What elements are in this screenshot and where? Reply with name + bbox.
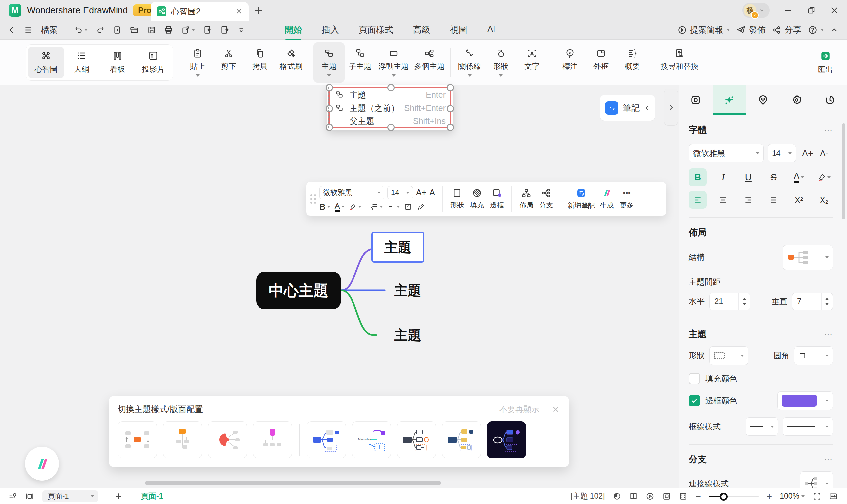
zoom-out-button[interactable]: −: [696, 491, 701, 502]
theme-thumb-1[interactable]: [307, 421, 346, 458]
section-more[interactable]: ⋯: [824, 125, 833, 135]
export-share-icon[interactable]: [181, 25, 195, 34]
add-page-button[interactable]: [114, 492, 123, 501]
tab-insert[interactable]: 插入: [321, 23, 340, 37]
align-center-button[interactable]: [714, 191, 732, 209]
mouse-mode-icon[interactable]: [613, 492, 621, 501]
panel-tab-effects[interactable]: [780, 85, 814, 114]
structure-select[interactable]: [783, 245, 833, 270]
zoom-level[interactable]: 100%: [780, 492, 805, 501]
justify-button[interactable]: [764, 191, 782, 209]
border-color-checkbox[interactable]: [689, 395, 700, 407]
floating-topic-button[interactable]: 浮動主題: [376, 42, 411, 83]
notes-button[interactable]: 筆記: [600, 95, 655, 121]
menu-item-topic-before[interactable]: 主題（之前） Shift+Enter: [327, 101, 453, 114]
highlight-color-button[interactable]: [349, 203, 361, 211]
corner-select[interactable]: [794, 346, 833, 365]
page-select[interactable]: 頁面-1: [42, 490, 98, 502]
panel-tab-history[interactable]: [813, 85, 847, 114]
task-checkbox-button[interactable]: [404, 203, 412, 211]
find-replace-button[interactable]: 搜尋和替換: [655, 42, 704, 83]
paste-button[interactable]: 貼上: [182, 42, 213, 83]
hamburger-menu-icon[interactable]: [24, 26, 33, 34]
import-icon[interactable]: [203, 25, 212, 34]
layout-thumb-3[interactable]: [208, 421, 247, 458]
horizontal-spacing-stepper[interactable]: 21: [709, 292, 750, 310]
bold-button[interactable]: B: [319, 202, 330, 212]
view-outline[interactable]: 大綱: [64, 47, 100, 78]
theme-thumb-3[interactable]: [397, 421, 436, 458]
panel-collapse-handle[interactable]: [664, 89, 678, 126]
boundary-button[interactable]: 外框: [585, 42, 617, 83]
superscript-button[interactable]: X²: [790, 191, 808, 209]
back-button[interactable]: [7, 26, 16, 34]
undo-button[interactable]: [74, 26, 88, 34]
italic-button[interactable]: I: [714, 168, 732, 186]
font-size-select[interactable]: 14: [768, 144, 796, 162]
tab-view[interactable]: 視圖: [450, 23, 468, 37]
theme-thumb-2[interactable]: Main idea: [352, 421, 391, 458]
shape-style-button[interactable]: 形狀: [447, 188, 467, 210]
cut-button[interactable]: 剪下: [213, 42, 244, 83]
present-button[interactable]: 提案簡報: [678, 24, 730, 35]
add-note-button[interactable]: 新增筆記: [566, 187, 597, 210]
theme-thumb-4[interactable]: [442, 421, 481, 458]
align-left-button[interactable]: [689, 191, 707, 209]
fit-frame-icon[interactable]: [662, 492, 671, 501]
tab-page-style[interactable]: 頁面樣式: [358, 23, 394, 37]
font-size-select[interactable]: 14: [387, 186, 413, 199]
layout-thumb-2[interactable]: [163, 421, 202, 458]
export-doc-icon[interactable]: [220, 25, 229, 34]
decrease-font-button[interactable]: A-: [429, 187, 437, 197]
panel-tab-sticker[interactable]: [746, 85, 780, 114]
tab-close-icon[interactable]: [235, 7, 242, 15]
font-color-button[interactable]: A: [790, 168, 808, 186]
align-button[interactable]: [387, 203, 400, 211]
share-button[interactable]: 分享: [772, 24, 801, 35]
shape-button[interactable]: 形狀: [485, 42, 516, 83]
more-quickbar-icon[interactable]: [238, 26, 245, 34]
topic-node[interactable]: 主題: [384, 281, 431, 300]
tab-advanced[interactable]: 高級: [412, 23, 431, 37]
border-line-style-select[interactable]: [783, 417, 833, 436]
fill-style-button[interactable]: 填充: [467, 188, 487, 210]
more-button[interactable]: •••更多: [617, 188, 636, 210]
theme-thumb-5-selected[interactable]: [487, 421, 526, 458]
topic-button[interactable]: 主題: [313, 42, 345, 83]
menu-item-topic[interactable]: 主題 Enter: [327, 88, 453, 101]
fit-width-icon[interactable]: [829, 492, 838, 501]
maximize-button[interactable]: [807, 6, 816, 15]
copy-button[interactable]: 拷貝: [244, 42, 275, 83]
multiple-topics-button[interactable]: 多個主題: [411, 42, 447, 83]
section-more[interactable]: ⋯: [824, 455, 833, 464]
vertical-spacing-stepper[interactable]: 7: [792, 292, 833, 310]
play-presentation-icon[interactable]: [646, 492, 654, 501]
collapse-ribbon-icon[interactable]: [830, 26, 839, 34]
layout-button[interactable]: 佈局: [516, 188, 536, 210]
view-kanban[interactable]: 看板: [100, 47, 136, 78]
align-right-button[interactable]: [739, 191, 757, 209]
panel-tab-style[interactable]: [679, 85, 713, 114]
account-menu[interactable]: 杨 ✓: [742, 3, 770, 18]
border-style-button[interactable]: 邊框: [487, 188, 507, 210]
topic-node[interactable]: 主題: [384, 326, 431, 344]
export-button[interactable]: 匯出: [818, 50, 833, 75]
popup-close-icon[interactable]: [552, 405, 560, 414]
numbered-list-button[interactable]: [371, 203, 383, 211]
highlight-color-button[interactable]: [815, 168, 833, 186]
view-slides[interactable]: 投影片: [136, 47, 171, 78]
new-tab-button[interactable]: [254, 5, 264, 15]
frame-view-icon[interactable]: [25, 492, 34, 501]
close-button[interactable]: [830, 6, 839, 15]
bold-button[interactable]: B: [689, 168, 707, 186]
fill-color-checkbox[interactable]: [689, 373, 700, 384]
branch-button[interactable]: 分支: [536, 188, 556, 210]
style-brush-button[interactable]: [416, 203, 424, 211]
callout-button[interactable]: 標注: [554, 42, 585, 83]
central-topic-node[interactable]: 中心主題: [256, 272, 341, 309]
document-tab[interactable]: 心智圖2: [150, 2, 249, 20]
relationship-button[interactable]: 關係線: [454, 42, 485, 83]
font-family-select[interactable]: 微软雅黑: [319, 186, 384, 199]
open-folder-icon[interactable]: [130, 25, 139, 35]
outline-pin-icon[interactable]: [8, 492, 17, 501]
